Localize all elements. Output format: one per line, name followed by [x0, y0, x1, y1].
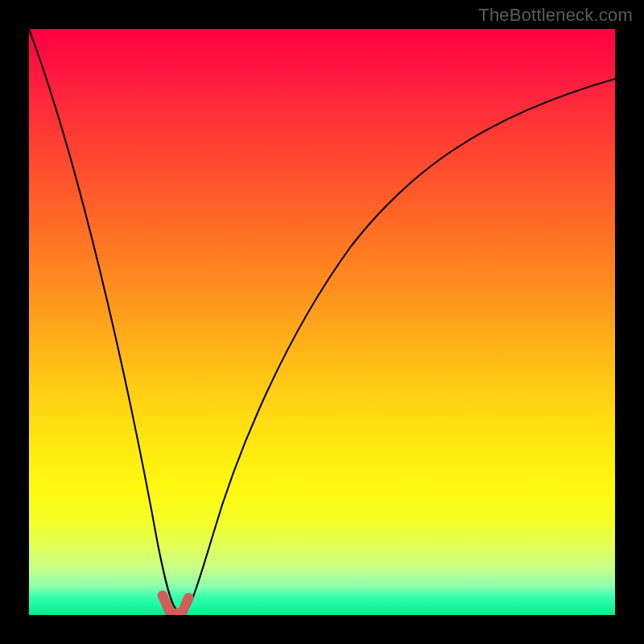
svg-point-4: [184, 593, 194, 604]
svg-point-0: [158, 591, 168, 601]
bottleneck-curve: [29, 29, 615, 613]
curve-svg: [29, 29, 615, 615]
watermark-text: TheBottleneck.com: [478, 5, 633, 26]
plot-area: [29, 29, 615, 615]
chart-frame: TheBottleneck.com: [0, 0, 644, 644]
